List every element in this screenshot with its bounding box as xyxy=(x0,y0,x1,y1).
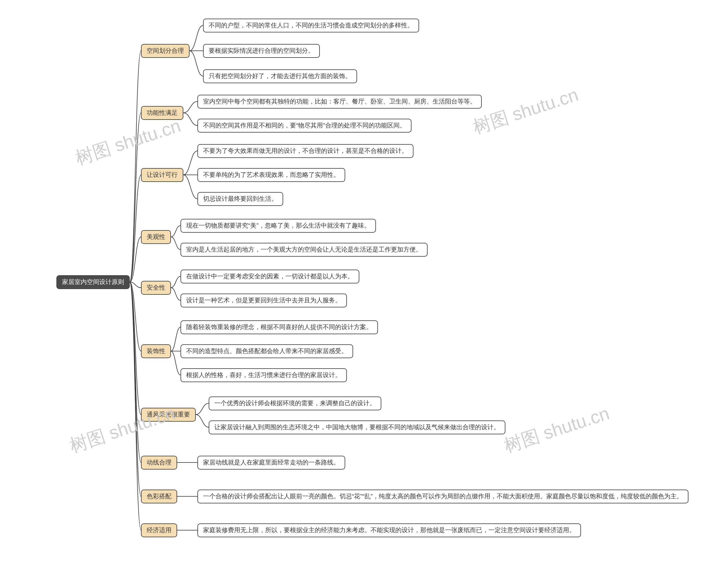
leaf-node-5-1[interactable]: 不同的造型特点、颜色搭配都会给人带来不同的家居感受。 xyxy=(180,344,353,358)
branch-node-4[interactable]: 安全性 xyxy=(141,281,171,295)
branch-node-8[interactable]: 色彩搭配 xyxy=(141,489,177,503)
leaf-node-8-0[interactable]: 一个合格的设计师会搭配出让人眼前一亮的颜色。切忌“花”“乱”，纯度太高的颜色可以… xyxy=(197,489,688,503)
branch-node-7[interactable]: 动线合理 xyxy=(141,456,177,469)
mindmap-canvas: 家居室内空间设计原则空间划分合理不同的户型，不同的常住人口，不同的生活习惯会造成… xyxy=(0,0,722,588)
leaf-node-3-0[interactable]: 现在一切物质都要讲究“美”，忽略了美，那么生活中就没有了趣味。 xyxy=(180,219,376,233)
leaf-node-7-0[interactable]: 家居动线就是人在家庭里面经常走动的一条路线。 xyxy=(197,456,345,469)
leaf-node-1-1[interactable]: 不同的空间其作用是不相同的，要“物尽其用”合理的处理不同的功能区间。 xyxy=(197,119,411,132)
leaf-node-4-0[interactable]: 在做设计中一定要考虑安全的因素，一切设计都是以人为本。 xyxy=(180,270,359,284)
leaf-node-2-0[interactable]: 不要为了夸大效果而做无用的设计，不合理的设计，甚至是不合格的设计。 xyxy=(197,144,413,158)
leaf-node-6-0[interactable]: 一个优秀的设计师会根据环境的需要，来调整自己的设计。 xyxy=(209,397,381,410)
leaf-node-6-1[interactable]: 让家居设计融入到周围的生态环境之中，中国地大物博，要根据不同的地域以及气候来做出… xyxy=(209,420,505,434)
leaf-node-0-2[interactable]: 只有把空间划分好了，才能去进行其他方面的装饰。 xyxy=(203,69,357,83)
watermark: 树图 shutu.cn xyxy=(72,113,184,171)
branch-node-5[interactable]: 装饰性 xyxy=(141,344,171,358)
leaf-node-1-0[interactable]: 室内空间中每个空间都有其独特的功能，比如：客厅、餐厅、卧室、卫生间、厨房、生活阳… xyxy=(197,95,482,109)
leaf-node-4-1[interactable]: 设计是一种艺术，但是更要回到生活中去并且为人服务。 xyxy=(180,294,347,308)
leaf-node-0-1[interactable]: 要根据实际情况进行合理的空间划分。 xyxy=(203,44,320,58)
branch-node-0[interactable]: 空间划分合理 xyxy=(141,44,190,58)
leaf-node-5-2[interactable]: 根据人的性格，喜好，生活习惯来进行合理的家居设计。 xyxy=(180,368,347,382)
leaf-node-5-0[interactable]: 随着轻装饰重装修的理念，根据不同喜好的人提供不同的设计方案。 xyxy=(180,320,378,334)
watermark: 树图 shutu.cn xyxy=(501,401,613,458)
leaf-node-0-0[interactable]: 不同的户型，不同的常住人口，不同的生活习惯会造成空间划分的多样性。 xyxy=(203,19,419,33)
leaf-node-2-2[interactable]: 切忌设计最终要回到生活。 xyxy=(197,192,283,206)
branch-node-3[interactable]: 美观性 xyxy=(141,230,171,244)
leaf-node-9-0[interactable]: 家庭装修费用无上限，所以，要根据业主的经济能力来考虑。不能实现的设计，那他就是一… xyxy=(197,523,581,537)
leaf-node-3-1[interactable]: 室内是人生活起居的地方，一个美观大方的空间会让人无论是生活还是工作更加方便。 xyxy=(180,243,428,257)
branch-node-6[interactable]: 通风采光很重要 xyxy=(141,408,196,422)
watermark: 树图 shutu.cn xyxy=(470,82,581,140)
branch-node-9[interactable]: 经济适用 xyxy=(141,523,177,537)
root-node[interactable]: 家居室内空间设计原则 xyxy=(57,275,130,289)
branch-node-2[interactable]: 让设计可行 xyxy=(141,168,183,182)
branch-node-1[interactable]: 功能性满足 xyxy=(141,106,183,120)
leaf-node-2-1[interactable]: 不要单纯的为了艺术表现效果，而忽略了实用性。 xyxy=(197,168,345,182)
